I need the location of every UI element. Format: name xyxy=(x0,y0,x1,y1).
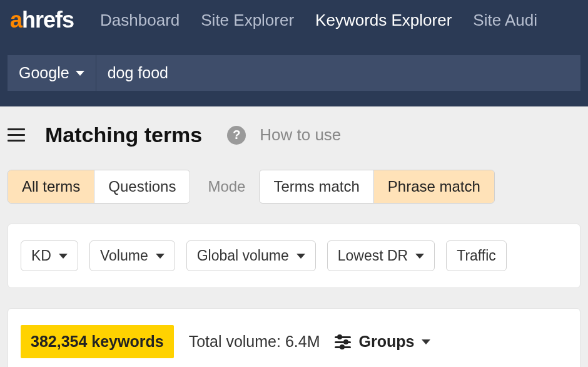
title-row: Matching terms ? How to use xyxy=(8,123,580,147)
filter-lowest-dr-label: Lowest DR xyxy=(338,247,408,264)
groups-label: Groups xyxy=(358,333,414,351)
tab-group-terms: All terms Questions xyxy=(8,170,190,204)
chevron-down-icon xyxy=(59,254,68,259)
filter-global-volume-label: Global volume xyxy=(197,247,289,264)
tab-all-terms[interactable]: All terms xyxy=(8,170,94,203)
nav-keywords-explorer[interactable]: Keywords Explorer xyxy=(315,11,452,30)
nav-dashboard[interactable]: Dashboard xyxy=(100,11,180,30)
filter-lowest-dr[interactable]: Lowest DR xyxy=(327,240,435,271)
groups-toggle[interactable]: Groups xyxy=(335,333,430,351)
top-nav: ahrefs Dashboard Site Explorer Keywords … xyxy=(0,0,588,40)
hamburger-icon[interactable] xyxy=(8,128,25,142)
filter-volume-label: Volume xyxy=(100,247,148,264)
sliders-icon xyxy=(335,335,351,349)
chevron-down-icon xyxy=(156,254,165,259)
tab-questions[interactable]: Questions xyxy=(94,170,190,203)
how-to-use-link[interactable]: How to use xyxy=(260,125,341,145)
chevron-down-icon xyxy=(297,254,305,259)
logo-rest: hrefs xyxy=(22,7,74,33)
page-title: Matching terms xyxy=(45,123,202,147)
logo-letter-a: a xyxy=(10,7,22,33)
tab-terms-match[interactable]: Terms match xyxy=(260,170,373,203)
search-input[interactable] xyxy=(96,55,580,91)
nav-links: Dashboard Site Explorer Keywords Explore… xyxy=(100,11,537,30)
filter-panel: KD Volume Global volume Lowest DR Traffi… xyxy=(8,224,580,288)
app-header: ahrefs Dashboard Site Explorer Keywords … xyxy=(0,0,588,106)
search-bar: Google xyxy=(0,55,588,91)
total-volume-text: Total volume: 6.4M xyxy=(189,333,320,351)
search-engine-dropdown[interactable]: Google xyxy=(8,55,96,91)
chevron-down-icon xyxy=(76,71,84,76)
filter-kd-label: KD xyxy=(31,247,51,264)
nav-site-explorer[interactable]: Site Explorer xyxy=(201,11,294,30)
filter-traffic[interactable]: Traffic xyxy=(446,240,507,271)
search-engine-label: Google xyxy=(19,64,69,82)
nav-site-audit[interactable]: Site Audi xyxy=(473,11,537,30)
summary-panel: 382,354 keywords Total volume: 6.4M Grou… xyxy=(8,308,580,367)
filter-traffic-label: Traffic xyxy=(457,247,496,264)
logo[interactable]: ahrefs xyxy=(10,7,74,33)
chevron-down-icon xyxy=(415,254,424,259)
tabs-row: All terms Questions Mode Terms match Phr… xyxy=(8,170,580,204)
filter-kd[interactable]: KD xyxy=(21,240,78,271)
chevron-down-icon xyxy=(422,339,430,344)
mode-label: Mode xyxy=(208,178,245,195)
filter-volume[interactable]: Volume xyxy=(89,240,175,271)
keyword-count-badge: 382,354 keywords xyxy=(21,325,174,358)
content: Matching terms ? How to use All terms Qu… xyxy=(0,106,588,367)
filter-global-volume[interactable]: Global volume xyxy=(186,240,316,271)
help-icon[interactable]: ? xyxy=(227,126,246,145)
tab-group-match: Terms match Phrase match xyxy=(259,170,494,204)
tab-phrase-match[interactable]: Phrase match xyxy=(374,170,494,203)
